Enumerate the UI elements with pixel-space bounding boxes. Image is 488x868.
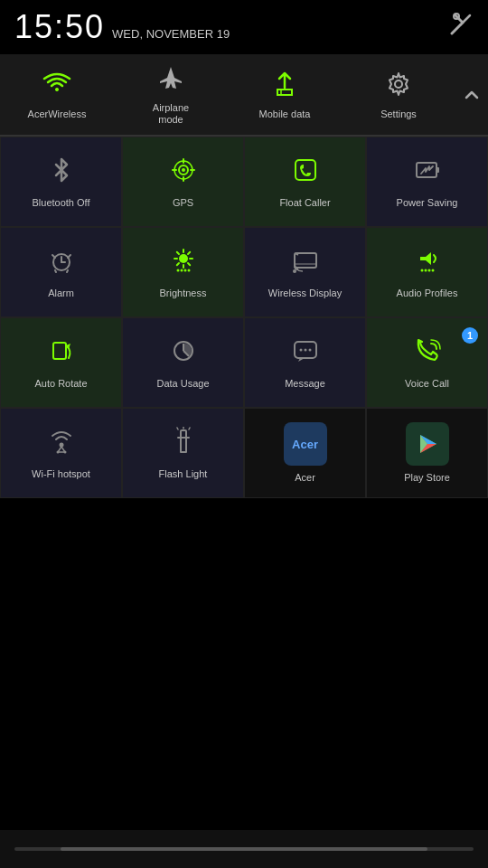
svg-line-30: [188, 252, 190, 254]
tile-alarm[interactable]: Alarm: [0, 227, 122, 317]
bluetooth-icon: [47, 156, 76, 191]
svg-line-2: [461, 15, 470, 24]
svg-line-60: [189, 428, 190, 429]
svg-line-19: [52, 255, 55, 258]
svg-rect-13: [296, 160, 315, 180]
svg-point-50: [308, 348, 311, 351]
svg-point-55: [56, 450, 59, 453]
svg-point-41: [427, 269, 430, 271]
tile-label-data-usage: Data Usage: [156, 377, 209, 390]
svg-line-20: [68, 255, 70, 258]
tile-label-audio-profiles: Audio Profiles: [397, 287, 458, 299]
tile-auto-rotate[interactable]: Auto Rotate: [0, 317, 122, 408]
float-caller-icon: [291, 156, 320, 191]
tile-label-wireless-display: Wireless Display: [268, 287, 342, 299]
svg-point-32: [176, 269, 179, 271]
tile-flash-light[interactable]: Flash Light: [122, 408, 244, 498]
svg-point-5: [395, 80, 402, 88]
svg-point-49: [304, 348, 306, 351]
svg-line-31: [176, 263, 178, 265]
quick-tiles-row1: AcerWireless Airplanemode Mobile data: [0, 54, 488, 136]
svg-point-34: [183, 269, 186, 271]
svg-rect-57: [181, 430, 186, 438]
tile-label-auto-rotate: Auto Rotate: [34, 377, 87, 390]
svg-line-59: [177, 428, 178, 429]
tile-wireless-display[interactable]: Wireless Display: [244, 227, 366, 317]
voice-call-badge: 1: [462, 327, 478, 344]
tile-gps[interactable]: GPS: [122, 137, 244, 227]
tile-label-play-store: Play Store: [404, 471, 450, 484]
alarm-icon: [47, 246, 76, 281]
svg-point-42: [431, 269, 434, 271]
tile-label-message: Message: [285, 377, 325, 390]
acer-app-icon: Acer: [284, 422, 327, 466]
settings-icon: [384, 70, 413, 105]
wifi-hotspot-icon: [47, 427, 76, 462]
message-icon: [291, 336, 320, 372]
scrollbar-thumb[interactable]: [61, 847, 427, 851]
flashlight-icon: [169, 427, 198, 462]
svg-rect-15: [436, 167, 439, 173]
svg-point-7: [182, 168, 185, 172]
tile-acer-wireless[interactable]: AcerWireless: [0, 54, 114, 135]
svg-line-22: [67, 270, 68, 272]
tile-play-store[interactable]: Play Store: [366, 408, 488, 498]
scrollbar-row: [0, 830, 488, 868]
airplane-icon: [156, 63, 185, 99]
wireless-display-icon: [291, 246, 320, 281]
svg-rect-43: [53, 343, 66, 359]
tile-power-saving[interactable]: Power Saving: [366, 137, 488, 227]
tile-label-alarm: Alarm: [48, 287, 74, 299]
tile-brightness[interactable]: Brightness: [122, 227, 244, 317]
svg-point-35: [187, 269, 190, 271]
tile-label-wifi-hotspot: Wi-Fi hotspot: [32, 467, 90, 480]
svg-marker-38: [420, 252, 431, 265]
voice-call-icon: [413, 336, 442, 372]
wifi-icon: [42, 70, 71, 105]
svg-line-29: [188, 263, 190, 265]
gps-icon: [169, 156, 198, 191]
tile-bluetooth-off[interactable]: Bluetooth Off: [0, 137, 122, 227]
brightness-icon: [169, 246, 198, 281]
svg-line-0: [452, 24, 461, 33]
tile-airplane-mode[interactable]: Airplanemode: [114, 54, 228, 135]
data-usage-icon: [169, 336, 198, 372]
tile-label-gps: GPS: [173, 196, 193, 209]
tile-audio-profiles[interactable]: Audio Profiles: [366, 227, 488, 317]
svg-point-37: [293, 269, 296, 273]
tile-label-bluetooth: Bluetooth Off: [32, 196, 89, 209]
tile-data-usage[interactable]: Data Usage: [122, 317, 244, 408]
tile-label-settings: Settings: [380, 108, 417, 120]
tile-label-acer: Acer: [295, 471, 315, 484]
battery-eco-icon: [413, 156, 442, 191]
wrench-icon[interactable]: [448, 12, 474, 42]
svg-point-23: [179, 254, 188, 263]
svg-point-56: [63, 450, 66, 453]
quick-tiles-grid: Bluetooth Off GPS Float Caller: [0, 137, 488, 498]
tile-message[interactable]: Message: [244, 317, 366, 408]
play-store-icon: [406, 422, 449, 466]
svg-point-33: [180, 269, 183, 271]
tile-label-power-saving: Power Saving: [397, 196, 458, 209]
svg-point-39: [420, 269, 423, 271]
tile-label-float-caller: Float Caller: [279, 196, 330, 209]
collapse-button[interactable]: [455, 54, 488, 135]
tile-label-airplane: Airplanemode: [153, 102, 189, 126]
tile-label-voice-call: Voice Call: [405, 377, 449, 390]
status-time: 15:50: [14, 8, 105, 46]
auto-rotate-icon: [47, 336, 76, 372]
tile-settings[interactable]: Settings: [342, 54, 455, 135]
tile-float-caller[interactable]: Float Caller: [244, 137, 366, 227]
tile-label-acer-wireless: AcerWireless: [28, 108, 87, 120]
tile-wifi-hotspot[interactable]: Wi-Fi hotspot: [0, 408, 122, 498]
svg-point-40: [424, 269, 427, 271]
tile-label-flash-light: Flash Light: [159, 467, 208, 480]
audio-profiles-icon: [413, 246, 442, 281]
tile-voice-call[interactable]: 1 Voice Call: [366, 317, 488, 408]
svg-line-21: [55, 270, 56, 272]
tile-mobile-data[interactable]: Mobile data: [228, 54, 342, 135]
svg-point-48: [299, 348, 302, 351]
tile-acer[interactable]: Acer Acer: [244, 408, 366, 498]
status-bar: 15:50 WED, NOVEMBER 19: [0, 0, 488, 54]
mobile-data-icon: [270, 70, 299, 105]
